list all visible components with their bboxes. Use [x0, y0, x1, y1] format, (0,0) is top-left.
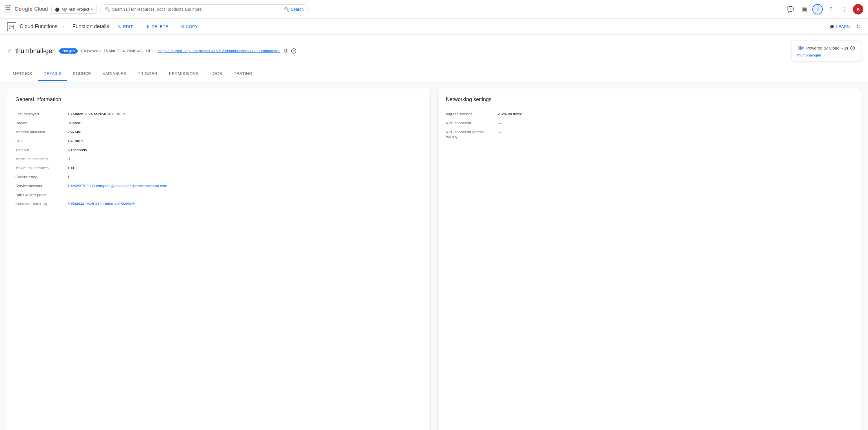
refresh-button[interactable]: ↻ — [856, 23, 861, 30]
service-name: Cloud Functions — [20, 24, 57, 30]
value-vpc-egress: — — [498, 128, 852, 141]
copy-url-icon: ⧉ — [284, 48, 288, 54]
function-name: thumbnail-gen — [16, 47, 56, 55]
label-vpc-egress: VPC connector egress routing — [446, 128, 498, 141]
project-selector[interactable]: ⬤ My Test Project ▾ — [51, 5, 96, 13]
general-info-title: General information — [16, 97, 422, 103]
value-concurrency: 1 — [67, 172, 422, 181]
table-row: Last deployed 15 March 2024 at 20:40:48 … — [16, 109, 422, 119]
value-min-instances: 0 — [67, 155, 422, 163]
label-container-build-log: Container build log — [16, 199, 67, 208]
value-max-instances: 100 — [67, 163, 422, 172]
container-build-log-link[interactable]: 50584d44-062b-413b-bd0a-4015699fb5ff — [67, 202, 136, 206]
table-row: Memory allocated 256 MiB — [16, 128, 422, 136]
tabs-bar: METRICS DETAILS SOURCE VARIABLES TRIGGER… — [0, 67, 868, 81]
notification-badge[interactable]: 3 — [812, 4, 823, 14]
cloud-run-link[interactable]: thumbnail-gen — [797, 53, 821, 57]
networking-title: Networking settings — [446, 97, 852, 103]
search-input[interactable] — [112, 7, 282, 11]
tab-source[interactable]: SOURCE — [67, 67, 97, 81]
tab-variables[interactable]: VARIABLES — [97, 67, 132, 81]
table-row: Region us-east1 — [16, 119, 422, 128]
support-icon-button[interactable]: 💬 — [784, 3, 796, 15]
cloud-run-icon: ≫ — [797, 44, 804, 52]
powered-by-help-button[interactable]: ? — [850, 46, 855, 51]
powered-by-label: Powered by Cloud Run — [806, 46, 848, 51]
label-ingress: Ingress settings — [446, 109, 498, 119]
function-url[interactable]: https://us-east1-my-test-project-416912.… — [158, 49, 280, 53]
hamburger-menu-button[interactable]: ☰ — [5, 5, 11, 13]
label-region: Region — [16, 119, 67, 128]
delete-button[interactable]: 🗑 DELETE — [142, 22, 173, 31]
search-icon: 🔍 — [105, 7, 110, 11]
general-info-card: General information Last deployed 15 Mar… — [7, 88, 431, 430]
powered-by-help-icon: ? — [850, 46, 855, 51]
tab-details[interactable]: DETAILS — [38, 67, 67, 81]
edit-button[interactable]: ✎ EDIT — [114, 22, 137, 31]
service-account-link[interactable]: 1026999703880-compute@developer.gservice… — [67, 184, 167, 188]
table-row: Minimum instances 0 — [16, 155, 422, 163]
value-cpu: 167 millis — [67, 136, 422, 145]
url-help-icon: ? — [291, 48, 296, 54]
table-row: VPC connector egress routing — — [446, 128, 852, 141]
refresh-icon: ↻ — [856, 23, 861, 30]
value-service-account: 1026999703880-compute@developer.gservice… — [67, 181, 422, 190]
project-name: My Test Project — [61, 7, 89, 11]
search-button[interactable]: 🔍 Search — [284, 7, 304, 11]
support-icon: 💬 — [787, 6, 794, 13]
terminal-icon: ▣ — [802, 6, 807, 13]
table-row: VPC connector — — [446, 119, 852, 128]
label-max-instances: Maximum instances — [16, 163, 67, 172]
more-options-icon: ⋮ — [842, 6, 848, 13]
powered-by-header: ≫ Powered by Cloud Run ? — [797, 44, 855, 52]
copy-button[interactable]: ⧉ COPY — [177, 22, 202, 31]
table-row: CPU 167 millis — [16, 136, 422, 145]
url-help-button[interactable]: ? — [291, 48, 296, 54]
tab-permissions[interactable]: PERMISSIONS — [163, 67, 205, 81]
edit-icon: ✎ — [118, 24, 122, 29]
table-row: Build worker pools — — [16, 190, 422, 199]
cloud-functions-icon: [···] — [7, 22, 16, 31]
label-concurrency: Concurrency — [16, 172, 67, 181]
table-row: Concurrency 1 — [16, 172, 422, 181]
general-info-table: Last deployed 15 March 2024 at 20:40:48 … — [16, 109, 422, 208]
function-header: ✓ thumbnail-gen 2nd gen (Deployed at 15 … — [0, 35, 868, 67]
value-region: us-east1 — [67, 119, 422, 128]
back-arrow-icon: ← — [62, 23, 68, 30]
back-button[interactable]: ← — [62, 23, 68, 30]
value-memory: 256 MiB — [67, 128, 422, 136]
url-label: URL: — [146, 49, 155, 53]
service-title: [···] Cloud Functions — [7, 22, 57, 31]
value-last-deployed: 15 March 2024 at 20:40:48 GMT+5 — [67, 109, 422, 119]
second-navigation: [···] Cloud Functions ← Function details… — [0, 19, 868, 35]
value-ingress: Allow all traffic — [498, 109, 852, 119]
learn-button[interactable]: 🎓 LEARN — [826, 22, 854, 31]
tab-trigger[interactable]: TRIGGER — [132, 67, 163, 81]
label-service-account: Service account — [16, 181, 67, 190]
user-avatar[interactable]: K — [853, 4, 863, 14]
value-timeout: 60 seconds — [67, 145, 422, 155]
copy-icon: ⧉ — [181, 24, 184, 29]
value-vpc-connector: — — [498, 119, 852, 128]
search-button-icon: 🔍 — [284, 7, 289, 11]
tab-testing[interactable]: TESTING — [228, 67, 258, 81]
tab-metrics[interactable]: METRICS — [7, 67, 38, 81]
learn-icon: 🎓 — [830, 24, 834, 29]
deploy-info: (Deployed at 15 Mar 2024, 20:40:48) — [81, 49, 143, 53]
table-row: Timeout 60 seconds — [16, 145, 422, 155]
help-icon-button[interactable]: ? — [825, 3, 837, 15]
label-vpc-connector: VPC connector — [446, 119, 498, 128]
second-nav-right: 🎓 LEARN ↻ — [826, 22, 861, 31]
top-navigation: ☰ Google Cloud ⬤ My Test Project ▾ 🔍 🔍 S… — [0, 0, 868, 19]
label-timeout: Timeout — [16, 145, 67, 155]
label-cpu: CPU — [16, 136, 67, 145]
main-content: General information Last deployed 15 Mar… — [0, 81, 868, 430]
search-bar[interactable]: 🔍 🔍 Search — [100, 4, 309, 14]
copy-url-button[interactable]: ⧉ — [284, 48, 288, 54]
value-container-build-log: 50584d44-062b-413b-bd0a-4015699fb5ff — [67, 199, 422, 208]
terminal-icon-button[interactable]: ▣ — [799, 3, 810, 15]
more-options-button[interactable]: ⋮ — [839, 3, 850, 15]
label-build-worker-pools: Build worker pools — [16, 190, 67, 199]
tab-logs[interactable]: LOGS — [205, 67, 228, 81]
label-min-instances: Minimum instances — [16, 155, 67, 163]
